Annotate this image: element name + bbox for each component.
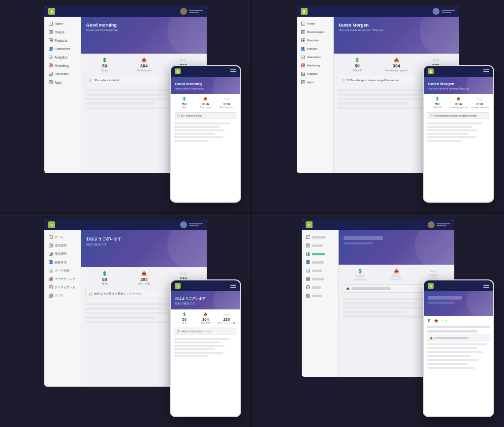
sidebar-label-marketing-q3: マーケティング [55,277,75,281]
sidebar-label-products-q1: Products [55,39,67,42]
discounts-icon-q3: 🏷 [49,285,53,289]
stat-orders-q2: 📥 304 Bestellungen gesamt [377,58,416,72]
sidebar-item-customers-q1[interactable]: 👤 Customers [47,46,78,52]
orders-stat-icon-q2: 📥 [377,58,416,62]
sidebar-label-discounts-q1: Discounts [55,72,69,76]
sidebar-item-home-q2[interactable]: ⌂ Home [300,21,330,27]
sidebar-item-products-q3[interactable]: ◈ 商品管理 [47,251,78,257]
skel-label-7-q4 [312,286,321,289]
skel-2-q3 [85,307,167,310]
stat-sales-value-q2: 50 [338,63,377,68]
mobile-stats-q3: 💲 50 販売 📥 304 総注文数 〜∧ 230 総セッション数 [171,309,240,326]
home-icon-q1: ⌂ [49,22,53,26]
sidebar-item-products-q2[interactable]: ◈ Produkte [300,37,330,43]
stat-sales-value-q1: 50 [85,63,125,68]
stat-3-q4: 〜∧ [415,269,451,280]
stat-val-skel-1-q4 [355,274,365,277]
sidebar-item-orders-q2[interactable]: ☰ Bestellungen [300,29,330,35]
user-avatar-q1 [180,8,187,15]
sidebar-item-customers-q2[interactable]: 👤 Kunden [300,46,330,52]
sidebar-item-orders-q1[interactable]: ☰ Orders [47,29,78,35]
sidebar-item-analytics-q1[interactable]: 📊 Analytics [47,54,78,60]
sidebar-item-discounts-q3[interactable]: 🏷 ディスカウント [47,284,78,290]
skel-5-q3 [85,321,173,323]
sidebar-item-apps-q3[interactable]: ⊞ アプリ [47,293,78,299]
marketing-icon-q1: 📣 [49,63,53,67]
mskel-b-q4 [427,347,477,349]
mobile-alert-q3[interactable]: 📋 50件以上の注文を発送してください [174,328,237,335]
mobile-sales-value-q3: 50 [174,317,195,322]
sidebar-item-q4-7[interactable]: 🏷 [305,284,335,290]
mobile-topbar-q4: S [424,280,493,291]
customers-icon-q1: 👤 [49,47,53,51]
stat-sales-label-q2: Verkäufe [338,69,377,72]
sidebar-item-home-q1[interactable]: ⌂ Home [47,21,78,27]
sidebar-item-customers-q3[interactable]: 👤 顧客管理 [47,259,78,265]
mobile-stat-icon-1-q4: 💲 [427,319,431,323]
mskel-3-q2 [427,129,477,131]
mobile-stat-sales-q2: 💲 50 Verkäufe [427,97,448,109]
sidebar-item-apps-q1[interactable]: ⊞ Apps [47,79,78,85]
sidebar-item-q4-6[interactable]: 📣 [305,276,335,282]
sidebar-item-marketing-q3[interactable]: 📣 マーケティング [47,276,78,282]
mobile-sessions-value-q2: 230 [469,102,490,106]
sidebar-item-marketing-q2[interactable]: 📣 Marketing [300,62,330,68]
stat-orders-label-q3: 総注文数 [125,282,164,286]
customers-icon-q2: 👤 [301,47,305,51]
sidebar-item-q4-5[interactable]: 📊 [305,268,335,274]
mskel-1-q1 [174,122,230,124]
sidebar-item-analytics-q2[interactable]: 📊 Statistiken [300,54,330,60]
quadrant-german: S ⌂ Home ☰ Bestellungen ◈ [252,0,504,214]
skel-2-q2 [338,93,420,96]
sidebar-item-q4-4[interactable]: 👤 [305,259,335,265]
mobile-stats-skel-q4: 💲 📥 〜∧ [427,319,490,324]
mobile-alert-q4[interactable]: 📥 [427,335,490,341]
mobile-sales-label-q3: 販売 [174,322,195,324]
mobile-hero-q3: おはようございます 現在の状況です [171,291,240,309]
mobile-skeleton-q3 [171,336,240,359]
user-menu-q4 [437,223,450,226]
marketing-icon-q2: 📣 [301,63,305,67]
sidebar-item-analytics-q3[interactable]: 📊 ストア分析 [47,268,78,274]
mobile-sales-label-q1: Sales [174,106,195,109]
sidebar-item-orders-q3[interactable]: ☰ 注文管理 [47,243,78,248]
stat-lbl-skel-1-q4 [354,278,366,280]
sidebar-item-marketing-q1[interactable]: 📣 Marketing [47,62,78,68]
mobile-stat-orders-q1: 📥 304 Total orders [195,97,216,109]
sidebar-item-q4-8[interactable]: ⊞ [305,293,335,299]
mobile-stat-orders-q3: 📥 304 総注文数 [195,312,216,324]
mobile-orders-icon-q3: 📥 [195,312,216,316]
mobile-shopify-logo-q2: S [428,68,434,74]
stat-orders-value-q2: 304 [377,63,416,68]
mskel-2-q1 [174,126,220,128]
analytics-icon-q3: 📊 [49,269,53,273]
sidebar-label-apps-q3: アプリ [55,294,63,298]
sidebar-item-discounts-q2[interactable]: 🏷 Rabatte [300,71,330,77]
mobile-alert-text-q1: 50+ orders to fulfull [181,114,202,117]
sidebar-item-home-q3[interactable]: ⌂ ホーム [47,234,78,240]
sidebar-item-q4-3[interactable]: ◈ [305,251,335,257]
sidebar-item-discounts-q1[interactable]: 🏷 Discounts [47,71,78,77]
sidebar-item-q4-2[interactable]: ☰ [305,243,335,248]
mobile-stat-sales-q3: 💲 50 販売 [174,312,195,324]
mobile-stat-sessions-q1: 〜∧ 230 Total sessions [216,97,237,109]
sidebar-item-products-q1[interactable]: ◈ Products [47,37,78,43]
skel-label-8-q4 [312,295,322,297]
hero-subtitle-q3: 現在の状況です [86,243,202,247]
mobile-orders-label-q3: 総注文数 [195,322,216,324]
mobile-stat-orders-q2: 📥 304 Bestellungen gesamt [448,97,469,109]
icon-q4-6: 📣 [306,277,310,281]
mobile-orders-label-q1: Total orders [195,106,216,109]
sidebar-item-q4-1[interactable]: ⌂ [305,234,335,240]
mobile-orders-icon-q1: 📥 [195,97,216,101]
mobile-alert-q1[interactable]: 📋 50+ orders to fulfull [174,112,237,119]
sidebar-label-marketing-q2: Marketing [307,64,320,67]
stat-sales-label-q3: 販売 [85,282,125,286]
sidebar-item-apps-q2[interactable]: ⊞ Apps [300,79,330,85]
mobile-topbar-q3: S [171,280,240,291]
hero-banner-q1: Good morning Here's what's happening [81,17,207,54]
analytics-icon-q1: 📊 [49,55,53,59]
mobile-alert-q2[interactable]: 📋 50 Bestellungen müssen ausgeführt werd… [427,112,490,119]
mskel-5-q2 [427,136,476,138]
discounts-icon-q2: 🏷 [301,72,305,76]
